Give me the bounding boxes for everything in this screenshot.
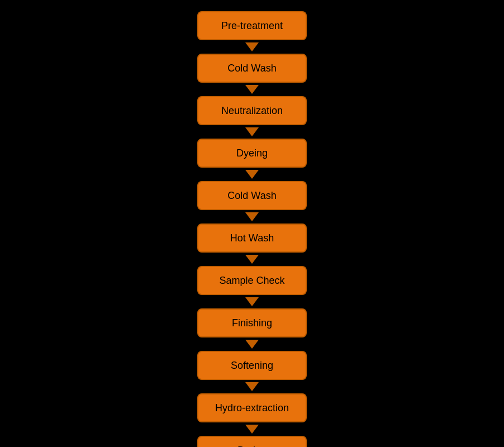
flow-arrow-5 — [245, 255, 259, 264]
flow-box-cold-wash-1: Cold Wash — [197, 54, 307, 83]
flow-box-sample-check: Sample Check — [197, 266, 307, 295]
flow-box-hydro-extraction: Hydro-extraction — [197, 393, 307, 422]
flow-arrow-9 — [245, 425, 259, 434]
flow-arrow-0 — [245, 42, 259, 51]
flow-arrow-3 — [245, 170, 259, 179]
flow-box-cold-wash-2: Cold Wash — [197, 181, 307, 210]
flow-arrow-6 — [245, 297, 259, 306]
flow-arrow-8 — [245, 382, 259, 391]
flow-box-neutralization: Neutralization — [197, 96, 307, 125]
flow-arrow-2 — [245, 127, 259, 136]
flow-arrow-4 — [245, 212, 259, 221]
flow-box-dyeing: Dyeing — [197, 139, 307, 168]
flowchart: Pre-treatmentCold WashNeutralizationDyei… — [197, 6, 307, 447]
flow-box-finishing: Finishing — [197, 308, 307, 337]
flow-box-pre-treatment: Pre-treatment — [197, 11, 307, 40]
flow-box-drying: Drying — [197, 436, 307, 447]
flow-box-hot-wash: Hot Wash — [197, 224, 307, 253]
flow-box-softening: Softening — [197, 351, 307, 380]
flow-arrow-1 — [245, 85, 259, 94]
flow-arrow-7 — [245, 340, 259, 349]
